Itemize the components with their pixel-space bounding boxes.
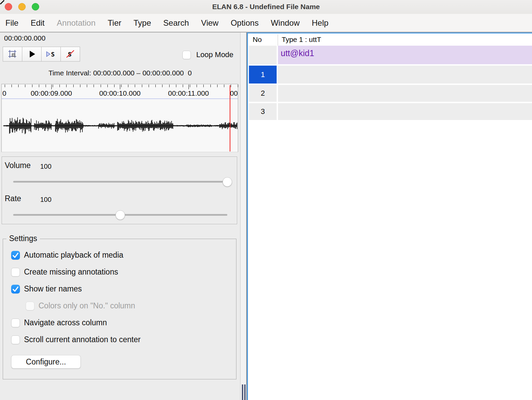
grid-header-row: No Type 1 : uttT <box>249 34 532 46</box>
menu-tier[interactable]: Tier <box>102 18 127 28</box>
selection-mode-icon <box>8 49 17 59</box>
ruler-minor-tick <box>11 85 12 87</box>
setting-label-0: Automatic playback of media <box>24 251 123 260</box>
ruler-minor-tick <box>197 85 197 87</box>
svg-text:S: S <box>51 51 55 58</box>
grid-row-2-content-cell[interactable] <box>278 85 532 102</box>
tier-name-cell[interactable]: utt@kid1 <box>278 46 532 64</box>
ruler-minor-tick <box>94 85 94 87</box>
ruler-minor-tick <box>128 85 128 87</box>
rate-value: 100 <box>40 196 51 204</box>
loop-mode-checkbox[interactable] <box>182 51 191 59</box>
ruler-minor-tick <box>25 85 25 87</box>
ruler-minor-tick <box>80 85 80 87</box>
ruler-time-label: 00 <box>230 89 238 97</box>
menu-file[interactable]: File <box>0 18 25 28</box>
loop-selection-off-icon: S <box>65 49 75 59</box>
setting-label-4: Navigate across column <box>24 318 107 327</box>
waveform-viewer[interactable]: 000:00:09.00000:00:10.00000:00:11.00000 <box>1 84 238 152</box>
ruler-minor-tick <box>176 85 176 87</box>
selection-mode-button[interactable] <box>3 47 22 62</box>
grid-row-1-number-cell[interactable]: 1 <box>249 66 277 84</box>
main-area: 00:00:00.000 <box>0 32 532 400</box>
loop-mode-label: Loop Mode <box>196 50 233 59</box>
ruler-minor-tick <box>114 85 115 87</box>
grid-row-2-number-cell[interactable]: 2 <box>249 85 277 102</box>
setting-checkbox-3 <box>26 302 34 310</box>
setting-checkbox-2[interactable] <box>11 285 20 293</box>
tier-row-number-cell <box>249 46 277 64</box>
menu-options[interactable]: Options <box>225 18 265 28</box>
ruler-minor-tick <box>39 85 39 87</box>
media-control-panel: 00:00:00.000 <box>0 32 240 400</box>
title-bar: ELAN 6.8 - Undefined File Name <box>0 0 532 14</box>
menu-view[interactable]: View <box>195 18 225 28</box>
menu-annotation: Annotation <box>51 18 102 28</box>
menu-type[interactable]: Type <box>127 18 157 28</box>
ruler-time-label: 00:00:09.000 <box>31 89 72 97</box>
grid-row-3-content-cell[interactable] <box>278 103 532 120</box>
settings-group: Settings Configure... Automatic playback… <box>3 239 236 379</box>
ruler-minor-tick <box>59 85 60 87</box>
grid-row-1-content-cell[interactable] <box>278 66 532 84</box>
ruler-minor-tick <box>135 85 135 87</box>
volume-slider-track[interactable] <box>13 181 227 183</box>
panel-splitter[interactable] <box>240 32 247 400</box>
volume-label: Volume <box>5 161 31 170</box>
ruler-minor-tick <box>169 85 170 87</box>
grid-header-type: Type 1 : uttT <box>282 36 321 44</box>
ruler-time-label: 00:00:11.000 <box>168 89 209 97</box>
setting-row-1: Create missing annotations <box>11 267 118 277</box>
ruler-minor-tick <box>87 85 87 87</box>
setting-label-1: Create missing annotations <box>24 267 118 277</box>
transport-buttons: S S <box>3 47 80 62</box>
menu-search[interactable]: Search <box>157 18 195 28</box>
setting-label-3: Colors only on "No." column <box>39 301 135 310</box>
setting-checkbox-5[interactable] <box>11 335 20 344</box>
grid-row-3-number-cell[interactable]: 3 <box>249 103 277 120</box>
grid-header-no: No <box>253 36 262 44</box>
settings-group-title: Settings <box>6 234 40 243</box>
ruler-major-tick <box>51 85 52 89</box>
configure-button[interactable]: Configure... <box>11 355 81 369</box>
ruler-minor-tick <box>238 85 238 87</box>
ruler-minor-tick <box>121 85 122 87</box>
menu-edit[interactable]: Edit <box>25 18 51 28</box>
grid-header-divider[interactable] <box>278 34 278 46</box>
ruler-minor-tick <box>107 85 108 87</box>
tier-name-label: utt@kid1 <box>281 48 314 58</box>
ruler-minor-tick <box>183 85 183 87</box>
setting-checkbox-4[interactable] <box>11 319 20 327</box>
menu-window[interactable]: Window <box>265 18 306 28</box>
ruler-time-label: 0 <box>2 89 6 97</box>
setting-label-2: Show tier names <box>24 284 82 293</box>
volume-slider-handle[interactable] <box>223 177 232 187</box>
menu-help[interactable]: Help <box>306 18 334 28</box>
ruler-minor-tick <box>142 85 142 87</box>
ruler-major-tick <box>120 85 120 89</box>
time-interval-display: Time Interval: 00:00:00.000 – 00:00:00.0… <box>0 69 240 77</box>
play-selection-icon: S <box>45 49 57 59</box>
play-selection-button[interactable]: S <box>41 47 61 62</box>
loop-selection-button[interactable]: S <box>60 47 80 62</box>
ruler-minor-tick <box>210 85 211 87</box>
ruler-minor-tick <box>46 85 46 87</box>
ruler-major-tick <box>188 85 189 89</box>
current-time-display: 00:00:00.000 <box>4 34 46 42</box>
play-icon <box>27 50 36 58</box>
setting-row-0: Automatic playback of media <box>11 251 123 260</box>
loop-mode-control: Loop Mode <box>182 50 233 59</box>
rate-slider-handle[interactable] <box>116 210 125 220</box>
setting-row-3: Colors only on "No." column <box>26 301 135 310</box>
annotation-grid-panel: No Type 1 : uttT utt@kid1 123 <box>247 32 532 400</box>
setting-label-5: Scroll current annotation to center <box>24 335 141 344</box>
ruler-minor-tick <box>101 85 101 87</box>
setting-checkbox-1[interactable] <box>11 268 20 277</box>
ruler-minor-tick <box>66 85 67 87</box>
ruler-minor-tick <box>5 85 5 87</box>
splitter-grip[interactable] <box>242 384 246 400</box>
rate-label: Rate <box>5 194 21 203</box>
play-button[interactable] <box>22 47 42 62</box>
setting-checkbox-0[interactable] <box>11 251 20 260</box>
ruler-minor-tick <box>224 85 224 87</box>
